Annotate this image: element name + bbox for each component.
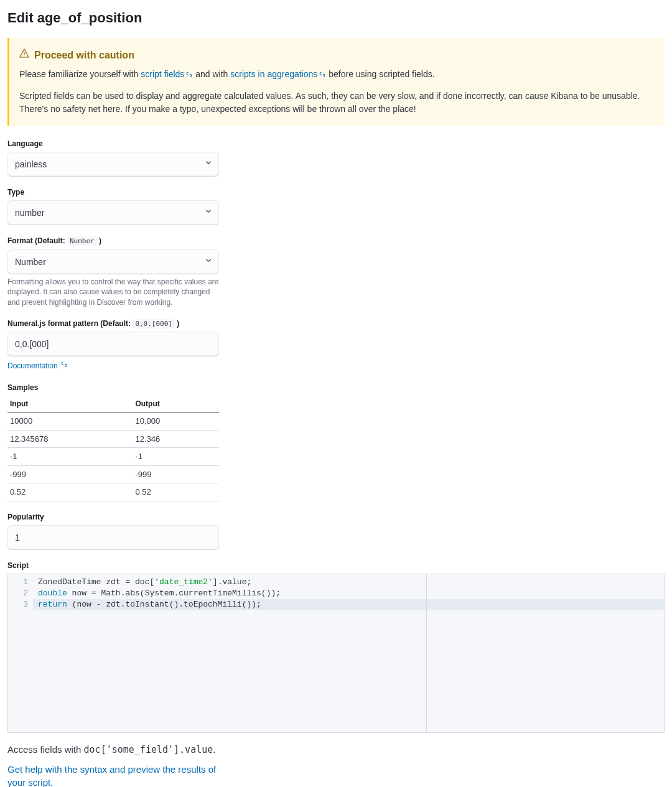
- popularity-input[interactable]: [7, 525, 219, 550]
- type-select[interactable]: [7, 200, 219, 225]
- script-editor[interactable]: 1 2 3 ZonedDateTime zdt = doc['date_time…: [7, 574, 665, 733]
- callout-title-text: Proceed with caution: [34, 48, 134, 63]
- editor-ruler: [426, 574, 427, 732]
- external-link-icon: [60, 360, 68, 371]
- popularity-label: Popularity: [7, 511, 219, 523]
- table-row: 0.520.52: [7, 483, 219, 501]
- warning-icon: [19, 48, 29, 63]
- format-select[interactable]: [7, 249, 219, 274]
- table-row: -1-1: [7, 448, 219, 466]
- callout-body: Please familiarize yourself with script …: [19, 68, 655, 116]
- samples-table: Input Output 1000010,000 12.34567812.346…: [7, 396, 219, 501]
- callout-text-1: Please familiarize yourself with: [19, 69, 141, 79]
- table-row: 12.34567812.346: [7, 430, 219, 448]
- access-fields-hint: Access fields with doc['some_field'].val…: [7, 743, 665, 757]
- caution-callout: Proceed with caution Please familiarize …: [7, 38, 665, 126]
- scripts-aggregations-link[interactable]: scripts in aggregations: [230, 69, 326, 79]
- samples-label: Samples: [7, 382, 219, 393]
- language-label: Language: [7, 138, 219, 149]
- svg-point-1: [24, 55, 24, 56]
- samples-th-output: Output: [133, 396, 219, 412]
- script-label: Script: [7, 560, 665, 571]
- syntax-help-link[interactable]: Get help with the syntax and preview the…: [7, 763, 219, 787]
- editor-gutter: 1 2 3: [8, 574, 33, 732]
- numeral-pattern-input[interactable]: [7, 332, 219, 356]
- page-title: Edit age_of_position: [7, 7, 665, 28]
- external-link-icon: [319, 69, 326, 82]
- samples-th-input: Input: [7, 396, 133, 412]
- callout-text-3: before using scripted fields.: [326, 69, 434, 79]
- type-label: Type: [7, 187, 219, 198]
- language-select[interactable]: [7, 152, 219, 177]
- editor-code[interactable]: ZonedDateTime zdt = doc['date_time2'].va…: [33, 574, 664, 732]
- format-help-text: Formatting allows you to control the way…: [7, 277, 219, 308]
- table-row: -999-999: [7, 465, 219, 483]
- callout-title: Proceed with caution: [19, 48, 655, 63]
- callout-para2: Scripted fields can be used to display a…: [19, 90, 655, 116]
- documentation-link[interactable]: Documentation: [7, 360, 68, 371]
- script-fields-link[interactable]: script fields: [141, 69, 193, 79]
- format-label: Format (Default: Number ): [7, 235, 219, 247]
- callout-text-2: and with: [193, 69, 230, 79]
- external-link-icon: [185, 69, 193, 82]
- numeral-label: Numeral.js format pattern (Default: 0,0.…: [7, 318, 219, 330]
- table-row: 1000010,000: [7, 412, 219, 431]
